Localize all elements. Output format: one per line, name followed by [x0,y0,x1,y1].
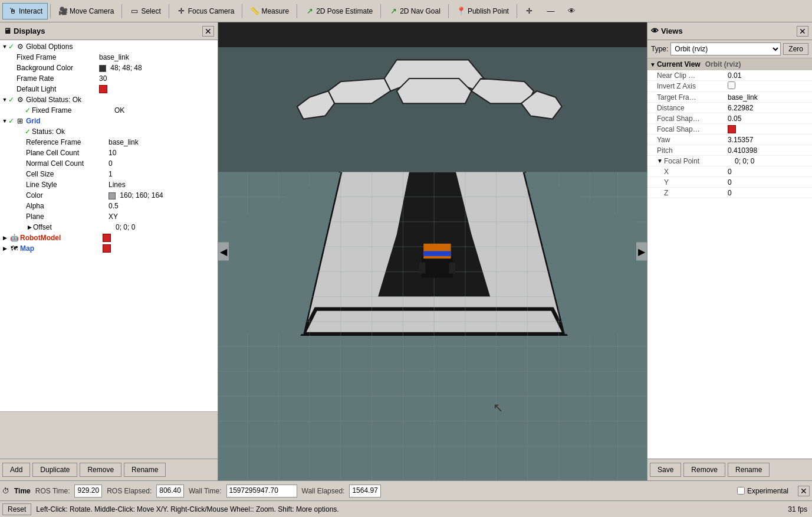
remove-displays-button[interactable]: Remove [80,463,121,477]
rename-displays-button[interactable]: Rename [124,463,166,477]
invert-z-checkbox[interactable] [728,81,735,89]
default-light-checkbox[interactable] [99,85,107,93]
focal-shape2-checkbox[interactable] [728,125,736,133]
save-view-button[interactable]: Save [650,463,681,477]
list-item[interactable]: Yaw 3.15357 [647,135,812,145]
list-item[interactable]: Pitch 0.410398 [647,145,812,156]
ros-time-label: ROS Time: [35,487,70,495]
viewport-left-arrow[interactable]: ◀ [218,243,229,261]
cell-size-value: 1 [109,170,216,178]
current-view-header[interactable]: ▼ Current View Orbit (rviz) [647,58,812,70]
list-item[interactable]: Cell Size 1 [0,169,218,179]
pitch-label: Pitch [657,146,728,155]
move-camera-button[interactable]: 🎥 Move Camera [53,3,119,19]
list-item[interactable]: Frame Rate 30 [0,73,218,84]
list-item[interactable]: ▶ 🤖 RobotModel [0,233,218,243]
minus-button[interactable]: — [541,3,561,19]
2d-nav-button[interactable]: ↗ 2D Nav Goal [383,3,446,19]
current-view-type: Orbit (rviz) [705,60,741,68]
arrow-offset[interactable]: ▶ [26,224,33,230]
wall-elapsed-value: 1564.97 [349,485,380,498]
list-item[interactable]: Normal Cell Count 0 [0,158,218,169]
sep7 [448,4,449,18]
list-item[interactable]: Focal Shap… 0.05 [647,113,812,124]
settings-icon: ⚙ [15,42,25,51]
list-item[interactable]: ▶ Offset 0; 0; 0 [0,222,218,233]
list-item[interactable]: ✓ Status: Ok [0,126,218,137]
views-icon: 👁 [651,27,659,35]
list-item[interactable]: ▼ ✓ ⚙ Global Options [0,41,218,52]
list-item[interactable]: Target Fra… base_link [647,92,812,103]
interact-label: Interact [19,7,42,15]
yaw-label: Yaw [657,136,728,144]
offset-label: Offset [33,223,116,231]
list-item[interactable]: Color 160; 160; 164 [0,190,218,201]
arrow-grid[interactable]: ▼ [1,118,8,124]
list-item[interactable]: ▼ ✓ ⚙ Global Status: Ok [0,94,218,105]
measure-button[interactable]: 📏 Measure [245,3,294,19]
list-item[interactable]: Near Clip … 0.01 [647,70,812,81]
arrow-global-options[interactable]: ▼ [1,44,8,50]
add-button[interactable]: Add [2,463,30,477]
displays-close-button[interactable]: ✕ [202,26,214,37]
viewport[interactable]: ↖ ◀ ▶ [218,22,647,480]
arrow-global-status[interactable]: ▼ [1,97,8,103]
2d-pose-button[interactable]: ↗ 2D Pose Estimate [300,3,378,19]
bg-color-swatch[interactable] [99,65,106,72]
type-select[interactable]: Orbit (rviz) [670,42,781,55]
list-item[interactable]: ✓ Fixed Frame OK [0,105,218,116]
move-camera-label: Move Camera [70,7,114,15]
interact-button[interactable]: 🖱 Interact [2,3,48,19]
list-item[interactable]: Y 0 [647,177,812,188]
list-item[interactable]: Alpha 0.5 [0,201,218,211]
list-item[interactable]: Fixed Frame base_link [0,52,218,63]
displays-icon: 🖥 [4,27,11,35]
time-close-button[interactable]: ✕ [798,486,810,496]
list-item[interactable]: Plane Cell Count 10 [0,148,218,158]
list-item[interactable]: X 0 [647,166,812,177]
experimental-checkbox[interactable] [737,487,745,495]
reset-button[interactable]: Reset [2,503,31,515]
list-item[interactable]: Default Light [0,84,218,94]
list-item[interactable]: Distance 6.22982 [647,103,812,113]
status-ok-label: Status: Ok [32,127,114,136]
list-item[interactable]: Background Color 48; 48; 48 [0,63,218,73]
focal-shape1-value: 0.05 [728,114,810,123]
color-swatch[interactable] [109,192,116,199]
list-item[interactable]: Plane XY [0,211,218,222]
rename-view-button[interactable]: Rename [728,463,770,477]
robotmodel-checkbox[interactable] [103,234,111,242]
duplicate-button[interactable]: Duplicate [32,463,77,477]
focal-shape2-label: Focal Shap… [657,125,728,133]
check-global-status: ✓ [8,96,14,104]
list-item[interactable]: Invert Z Axis [647,81,812,92]
list-item[interactable]: ▼ Focal Point 0; 0; 0 [647,156,812,166]
views-close-button[interactable]: ✕ [797,26,808,37]
eye-button[interactable]: 👁 [562,3,582,19]
map-checkbox[interactable] [103,244,111,253]
viewport-right-arrow[interactable]: ▶ [636,243,647,261]
list-item[interactable]: ▶ 🗺 Map [0,243,218,254]
displays-tree[interactable]: ▼ ✓ ⚙ Global Options Fixed Frame base_li… [0,40,218,411]
default-light-label: Default Light [17,85,99,93]
list-item[interactable]: ▼ ✓ ⊞ Grid [0,116,218,126]
crosshair-button[interactable]: ✛ [520,3,540,19]
arrow-robotmodel[interactable]: ▶ [1,235,8,241]
publish-button[interactable]: 📍 Publish Point [451,3,514,19]
list-item[interactable]: Reference Frame base_link [0,137,218,148]
sep2 [121,4,122,18]
list-item[interactable]: Line Style Lines [0,179,218,190]
offset-value: 0; 0; 0 [116,223,216,231]
focus-camera-button[interactable]: ✛ Focus Camera [172,3,240,19]
svg-rect-41 [422,256,453,278]
remove-view-button[interactable]: Remove [683,463,725,477]
select-button[interactable]: ▭ Select [124,3,166,19]
focal-point-arrow[interactable]: ▼ [657,158,664,164]
list-item[interactable]: Focal Shap… [647,124,812,135]
sep4 [242,4,242,18]
current-view-arrow: ▼ [650,61,656,68]
zero-button[interactable]: Zero [783,43,808,55]
arrow-map[interactable]: ▶ [1,246,8,251]
near-clip-value: 0.01 [728,71,810,80]
list-item[interactable]: Z 0 [647,188,812,198]
